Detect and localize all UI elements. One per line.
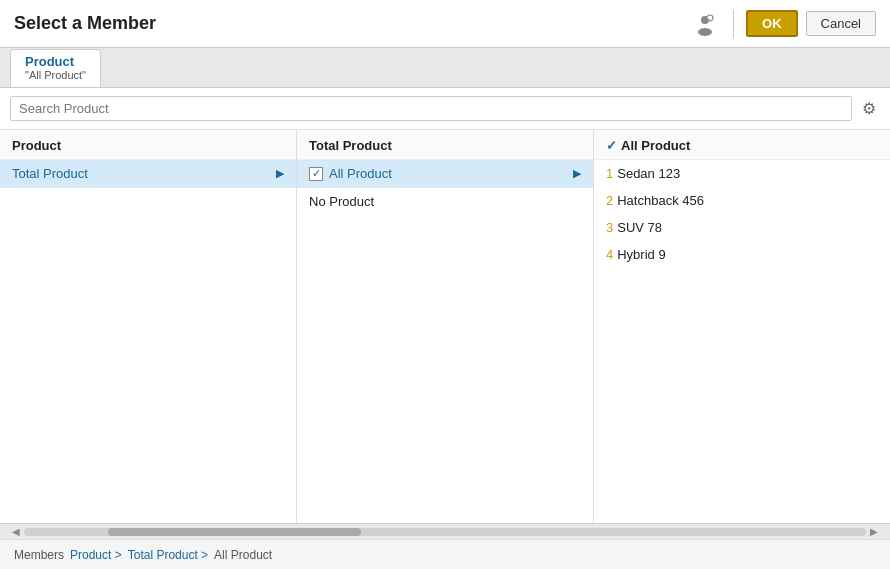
col-panel-product: Product Total Product ▶ bbox=[0, 130, 297, 523]
col2-item-no-product-label: No Product bbox=[309, 194, 581, 209]
col1-header: Product bbox=[0, 130, 296, 160]
scroll-left-icon[interactable]: ◀ bbox=[12, 526, 20, 537]
search-input[interactable] bbox=[10, 96, 852, 121]
col-panel-all-product: ✓All Product 1 Sedan 123 2 Hatchback 456… bbox=[594, 130, 890, 523]
search-area: ⚙ bbox=[0, 88, 890, 130]
col1-item-label: Total Product bbox=[12, 166, 272, 181]
tab-name: Product bbox=[25, 54, 86, 69]
dialog-title: Select a Member bbox=[14, 13, 156, 34]
col-panel-total-product: Total Product ✓ All Product ▶ No Product bbox=[297, 130, 594, 523]
item-num-2: 2 bbox=[606, 193, 613, 208]
col3-item-suv[interactable]: 3 SUV 78 bbox=[594, 214, 890, 241]
col1-body: Total Product ▶ bbox=[0, 160, 296, 523]
col2-body: ✓ All Product ▶ No Product bbox=[297, 160, 593, 523]
item-label-hatchback: Hatchback 456 bbox=[617, 193, 704, 208]
col2-item-all-product-label: All Product bbox=[329, 166, 569, 181]
col1-arrow-icon: ▶ bbox=[276, 167, 284, 180]
breadcrumb-product[interactable]: Product > bbox=[70, 548, 122, 562]
cancel-button[interactable]: Cancel bbox=[806, 11, 876, 36]
col1-item-total-product[interactable]: Total Product ▶ bbox=[0, 160, 296, 188]
col2-header: Total Product bbox=[297, 130, 593, 160]
svg-text:+: + bbox=[708, 16, 711, 22]
checkmark-icon: ✓ bbox=[312, 167, 321, 180]
col3-header: ✓All Product bbox=[594, 130, 890, 160]
gear-button[interactable]: ⚙ bbox=[858, 97, 880, 120]
scrollbar-area: ◀ ▶ bbox=[0, 523, 890, 539]
col3-body: 1 Sedan 123 2 Hatchback 456 3 SUV 78 4 H… bbox=[594, 160, 890, 523]
ok-button[interactable]: OK bbox=[746, 10, 798, 37]
user-icon-wrap: + bbox=[693, 12, 717, 36]
col3-item-sedan[interactable]: 1 Sedan 123 bbox=[594, 160, 890, 187]
item-label-sedan: Sedan 123 bbox=[617, 166, 680, 181]
user-icon: + bbox=[693, 12, 717, 36]
footer: Members Product > Total Product > All Pr… bbox=[0, 539, 890, 569]
item-label-hybrid: Hybrid 9 bbox=[617, 247, 665, 262]
hscroll-bar[interactable] bbox=[24, 528, 866, 536]
item-num-1: 1 bbox=[606, 166, 613, 181]
col3-item-hybrid[interactable]: 4 Hybrid 9 bbox=[594, 241, 890, 268]
svg-point-1 bbox=[698, 28, 712, 36]
tab-product[interactable]: Product "All Product" bbox=[10, 49, 101, 87]
tab-bar: Product "All Product" bbox=[0, 48, 890, 88]
col3-header-text: All Product bbox=[621, 138, 690, 153]
tab-subtitle: "All Product" bbox=[25, 69, 86, 81]
header-divider bbox=[733, 10, 734, 38]
checkbox-all-product: ✓ bbox=[309, 167, 323, 181]
header-actions: + OK Cancel bbox=[693, 10, 876, 38]
footer-members-label: Members bbox=[14, 548, 64, 562]
item-num-4: 4 bbox=[606, 247, 613, 262]
scroll-right-icon[interactable]: ▶ bbox=[870, 526, 878, 537]
item-label-suv: SUV 78 bbox=[617, 220, 662, 235]
item-num-3: 3 bbox=[606, 220, 613, 235]
dialog-header: Select a Member + OK Cancel bbox=[0, 0, 890, 48]
col2-item-no-product[interactable]: No Product bbox=[297, 188, 593, 216]
columns-area: Product Total Product ▶ Total Product ✓ … bbox=[0, 130, 890, 523]
col3-check-icon: ✓ bbox=[606, 138, 617, 153]
breadcrumb-total-product[interactable]: Total Product > bbox=[128, 548, 208, 562]
col2-item-all-product[interactable]: ✓ All Product ▶ bbox=[297, 160, 593, 188]
hscroll-thumb bbox=[108, 528, 361, 536]
col2-arrow-icon: ▶ bbox=[573, 167, 581, 180]
breadcrumb-all-product: All Product bbox=[214, 548, 272, 562]
col3-item-hatchback[interactable]: 2 Hatchback 456 bbox=[594, 187, 890, 214]
